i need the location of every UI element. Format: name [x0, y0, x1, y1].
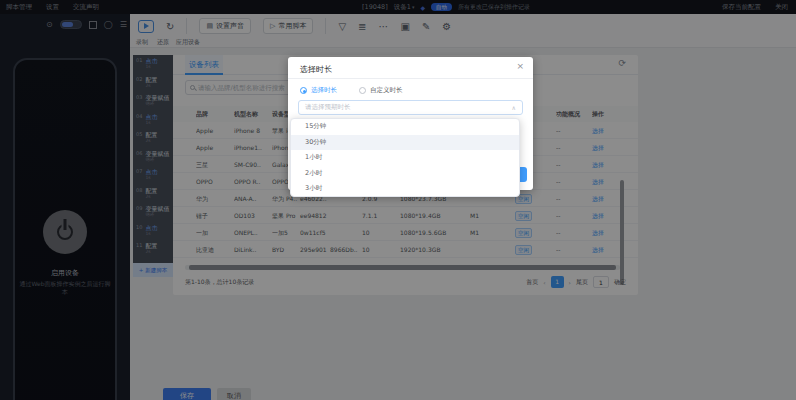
modal-divider — [288, 78, 533, 79]
close-icon[interactable]: × — [516, 61, 524, 71]
app-window: 脚本管理 设置 交流声明 [19048] 设备1▾ ◆ 自动 所有更改已保存到操… — [0, 0, 796, 400]
duration-select[interactable]: 请选择预期时长 ∧ — [298, 100, 523, 115]
duration-option[interactable]: 2小时 — [291, 166, 519, 182]
duration-option[interactable]: 3小时 — [291, 181, 519, 197]
duration-option[interactable]: 15分钟 — [291, 119, 519, 135]
radio-dot-icon — [359, 87, 366, 94]
modal-title: 选择时长 — [300, 64, 332, 75]
radio-custom-duration[interactable]: 自定义时长 — [359, 86, 403, 95]
duration-select-placeholder: 请选择预期时长 — [305, 103, 512, 112]
radio-dot-icon — [300, 87, 307, 94]
radio-select-duration-label: 选择时长 — [311, 86, 337, 95]
duration-dropdown: 15分钟30分钟1小时2小时3小时 — [290, 118, 520, 197]
chevron-up-icon: ∧ — [512, 104, 516, 111]
duration-option[interactable]: 30分钟 — [291, 135, 519, 151]
radio-custom-duration-label: 自定义时长 — [370, 86, 403, 95]
radio-select-duration[interactable]: 选择时长 — [300, 86, 337, 95]
duration-option[interactable]: 1小时 — [291, 150, 519, 166]
